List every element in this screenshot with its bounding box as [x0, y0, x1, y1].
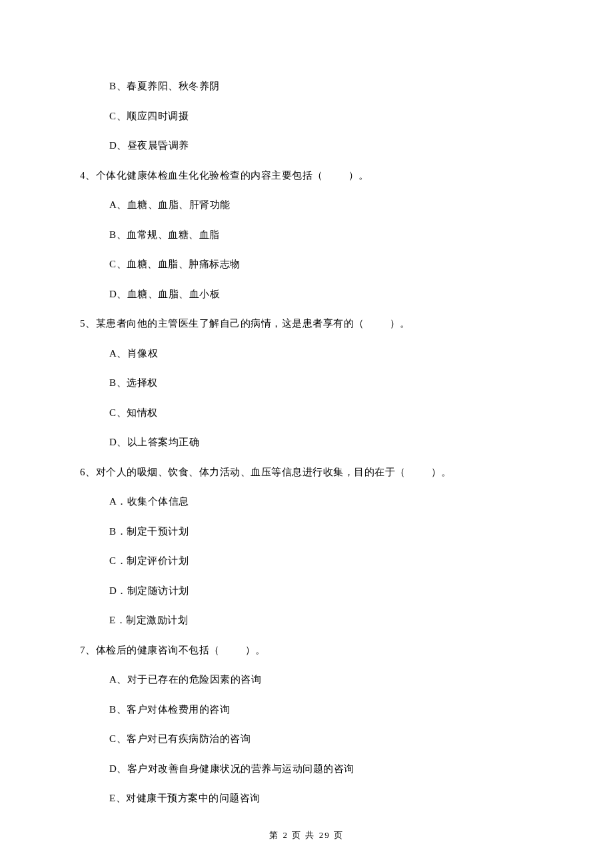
option-text: B、血常规、血糖、血脂 — [109, 227, 533, 243]
stem-suffix: ）。 — [348, 170, 369, 181]
option-text: E．制定激励计划 — [109, 613, 533, 628]
stem-suffix: ）。 — [390, 318, 410, 329]
stem-prefix: 6、对个人的吸烟、饮食、体力活动、血压等信息进行收集，目的在于（ — [80, 467, 406, 477]
question-stem: 4、个体化健康体检血生化化验检查的内容主要包括（ ）。 — [80, 168, 533, 183]
blank-space — [364, 316, 390, 331]
stem-suffix: ）。 — [431, 467, 452, 477]
page-footer: 第 2 页 共 29 页 — [0, 829, 613, 841]
question-stem: 5、某患者向他的主管医生了解自己的病情，这是患者享有的（ ）。 — [80, 316, 533, 331]
blank-space — [220, 643, 245, 658]
option-text: D、昼夜晨昏调养 — [109, 138, 533, 153]
blank-space — [406, 465, 431, 480]
stem-prefix: 4、个体化健康体检血生化化验检查的内容主要包括（ — [80, 170, 323, 181]
option-text: A．收集个体信息 — [109, 494, 533, 509]
question-stem: 6、对个人的吸烟、饮食、体力活动、血压等信息进行收集，目的在于（ ）。 — [80, 465, 533, 480]
page-content: B、春夏养阳、秋冬养阴 C、顺应四时调摄 D、昼夜晨昏调养 4、个体化健康体检血… — [0, 0, 613, 806]
option-text: A、对于已存在的危险因素的咨询 — [109, 672, 533, 687]
option-text: D、以上答案均正确 — [109, 435, 533, 450]
option-text: D、血糖、血脂、血小板 — [109, 287, 533, 302]
option-text: A、血糖、血脂、肝肾功能 — [109, 197, 533, 213]
option-text: C、顺应四时调摄 — [109, 109, 533, 124]
option-text: C．制定评价计划 — [109, 553, 533, 569]
option-text: E、对健康干预方案中的问题咨询 — [109, 791, 533, 806]
option-text: C、客户对已有疾病防治的咨询 — [109, 731, 533, 747]
option-text: C、知情权 — [109, 405, 533, 421]
stem-prefix: 7、体检后的健康咨询不包括（ — [80, 645, 220, 655]
stem-suffix: ）。 — [245, 645, 266, 655]
option-text: C、血糖、血脂、肿痛标志物 — [109, 257, 533, 272]
option-text: B、客户对体检费用的咨询 — [109, 702, 533, 717]
option-text: D、客户对改善自身健康状况的营养与运动问题的咨询 — [109, 761, 533, 777]
option-text: B、选择权 — [109, 375, 533, 391]
option-text: A、肖像权 — [109, 346, 533, 361]
option-text: D．制定随访计划 — [109, 583, 533, 599]
stem-prefix: 5、某患者向他的主管医生了解自己的病情，这是患者享有的（ — [80, 318, 364, 329]
option-text: B．制定干预计划 — [109, 524, 533, 539]
question-stem: 7、体检后的健康咨询不包括（ ）。 — [80, 643, 533, 658]
option-text: B、春夏养阳、秋冬养阴 — [109, 79, 533, 94]
blank-space — [323, 168, 348, 183]
